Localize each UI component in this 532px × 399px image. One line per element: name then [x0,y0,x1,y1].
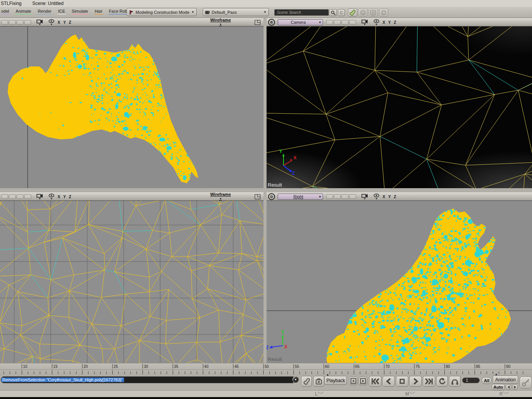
update-button[interactable] [313,376,324,387]
play-button[interactable] [409,376,422,387]
maximize-viewport-button[interactable] [255,194,260,199]
visibility-options-button[interactable]: ▼ [48,194,55,200]
axis-x-toggle[interactable]: X [58,195,60,199]
memo-slot[interactable] [341,20,348,25]
viewport-b-canvas[interactable]: Y X Z Result [267,26,532,188]
menu-animate[interactable]: Animate [15,9,31,15]
chevron-down-icon: ▼ [363,198,366,200]
playback-panel-button[interactable]: Playback [325,376,347,385]
axis-z-toggle[interactable]: Z [69,195,71,199]
command-line-input[interactable]: RemoveFromSelection "Corythosaur_Skull_H… [1,376,293,383]
chevron-down-icon: ▼ [375,198,378,200]
visibility-options-button[interactable]: ▼ [373,19,380,25]
memo-slot[interactable] [9,20,16,25]
viewport-d-canvas[interactable]: Y Z X Result [267,201,532,363]
loop-button[interactable] [436,376,448,387]
menu-ice[interactable]: ICE [58,9,65,15]
axis-y-toggle[interactable]: Y [63,195,66,199]
memo-slot[interactable] [24,194,31,199]
chevron-down-icon: ▼ [219,22,222,26]
menu-simulate[interactable]: Simulate [71,9,89,15]
animation-label: Animation [495,377,515,382]
axis-y-toggle[interactable]: Y [63,20,66,25]
viewport-b-letter-button[interactable]: B [268,19,275,26]
maximize-viewport-button[interactable] [255,20,260,25]
shading-mode-dropdown[interactable]: Wireframe ▼ [210,18,231,26]
frame-step-back-button[interactable] [349,377,358,385]
memo-slot[interactable] [341,194,348,199]
svg-text:75: 75 [416,364,420,369]
auto-key-button[interactable]: Auto [492,384,505,390]
memo-slot[interactable] [326,20,333,25]
visibility-options-button[interactable]: ▼ [373,194,380,200]
camera-options-button[interactable]: ▼ [36,194,43,200]
camera-options-button[interactable]: ▼ [361,19,368,25]
face-icon [360,10,366,16]
memo-slot[interactable] [349,20,356,25]
chevron-down-icon: ▼ [219,197,222,201]
go-to-start-button[interactable] [369,376,381,387]
all-frames-button[interactable]: All [482,377,492,384]
chevron-down-icon: ▼ [363,23,366,25]
command-history-button[interactable]: ▼ [292,376,299,383]
axis-x-toggle[interactable]: X [383,20,385,25]
stop-button[interactable] [396,376,408,387]
construction-mode-dropdown[interactable]: Modeling Construction Mode ▼ [127,8,197,16]
scene-search-button[interactable] [329,9,337,16]
triangle-left-icon [507,386,510,389]
viewport-a-canvas[interactable] [0,26,264,188]
memo-slot[interactable] [17,20,23,25]
audio-button[interactable] [449,376,461,387]
view-selector-dropdown[interactable]: Right ▼ [278,194,323,200]
memo-slot[interactable] [1,194,8,199]
timeline-ruler[interactable]: 1015202530354045505560657075808590 [0,363,532,376]
frame-step-forward-button[interactable] [359,377,367,385]
step-back-icon [350,378,356,384]
animation-panel-button[interactable]: Animation [493,376,518,384]
application-window: STLFixing Scene: Untitled odel Animate R… [0,0,532,399]
auto-prev-button[interactable] [506,384,511,390]
memo-slot[interactable] [17,194,23,199]
app-title: STLFixing [1,1,22,6]
viewport-c-canvas[interactable] [0,201,264,363]
pause-script-button[interactable] [369,8,378,17]
camera-options-button[interactable]: ▼ [361,194,368,200]
pass-label: Default_Pass [212,10,237,15]
axis-x-toggle[interactable]: X [58,20,60,25]
pass-dropdown[interactable]: Default_Pass ▼ [203,8,269,16]
current-frame-field[interactable]: 1 [462,377,480,383]
memo-slot[interactable] [9,194,16,199]
memo-slot[interactable] [1,20,8,25]
menu-render[interactable]: Render [37,9,52,15]
clear-search-button[interactable]: C [338,9,345,16]
memo-slot[interactable] [349,194,356,199]
script-editor-button[interactable] [348,8,357,17]
axis-y-toggle[interactable]: Y [388,20,391,25]
axis-x-toggle[interactable]: X [383,195,385,199]
visibility-options-button[interactable]: ▼ [48,19,55,25]
script-button[interactable] [301,376,312,387]
axis-y-toggle[interactable]: Y [388,195,391,199]
netview-button[interactable] [358,8,368,17]
svg-text:Y: Y [279,149,282,154]
viewport-d-letter-button[interactable]: D [268,193,275,200]
go-to-end-button[interactable] [423,376,435,387]
memo-slot[interactable] [24,20,31,25]
construction-mode-icon [129,10,134,15]
keyframe-button[interactable] [520,376,532,389]
view-selector-dropdown[interactable]: Camera ▼ [278,19,323,25]
axis-z-toggle[interactable]: Z [394,195,396,199]
scene-search-input[interactable] [274,9,329,16]
camera-options-button[interactable]: ▼ [36,19,43,25]
shading-mode-dropdown[interactable]: Wireframe ▼ [210,192,231,201]
axis-z-toggle[interactable]: Z [69,20,71,25]
memo-slot[interactable] [334,194,341,199]
menu-model[interactable]: odel [1,9,10,15]
memo-slot[interactable] [326,194,333,199]
axis-z-toggle[interactable]: Z [394,20,396,25]
previous-frame-button[interactable] [383,376,395,387]
menu-hair[interactable]: Hair [94,9,103,15]
memo-slot[interactable] [334,20,341,25]
auto-next-button[interactable] [512,384,518,390]
resume-script-button[interactable] [379,8,388,17]
